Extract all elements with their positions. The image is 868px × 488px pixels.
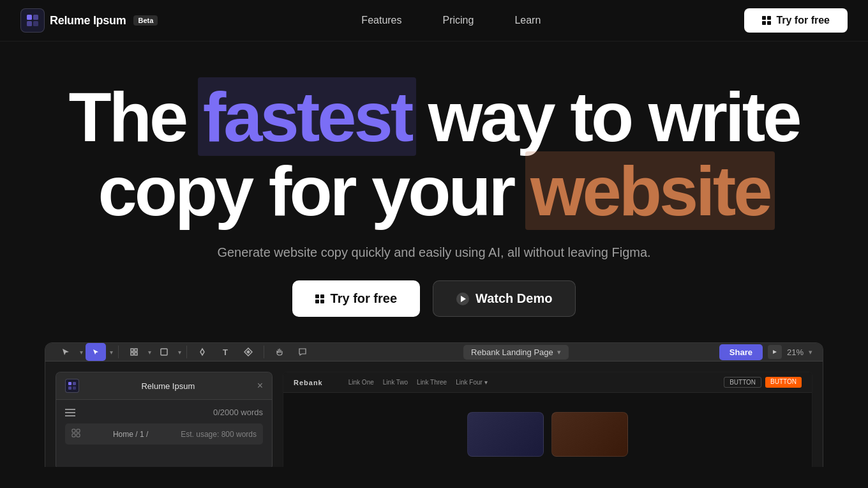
canvas-card-preview bbox=[467, 412, 628, 457]
svg-rect-5 bbox=[135, 349, 137, 351]
hero-watch-demo-button[interactable]: Watch Demo bbox=[433, 280, 576, 317]
svg-rect-3 bbox=[33, 21, 38, 26]
svg-rect-10 bbox=[73, 382, 76, 385]
toolbar-frame-chevron: ▾ bbox=[148, 349, 151, 356]
logo-icon bbox=[20, 8, 45, 33]
nav-links: Features Pricing Learn bbox=[341, 8, 561, 33]
canvas-nav-links: Link One Link Two Link Three Link Four ▾ bbox=[348, 379, 488, 386]
nav-features[interactable]: Features bbox=[341, 8, 422, 33]
toolbar-shape-tool[interactable] bbox=[154, 343, 174, 361]
figma-mockup: ▾ ▾ ▾ bbox=[45, 342, 823, 467]
canvas-link-1: Link One bbox=[348, 379, 374, 386]
grid-icon bbox=[762, 16, 771, 25]
hero-the: The bbox=[69, 77, 203, 156]
hero-fastest: fastest bbox=[203, 77, 412, 156]
svg-rect-2 bbox=[27, 21, 32, 26]
toolbar-hand-tool[interactable] bbox=[269, 343, 290, 361]
toolbar-frame-tool[interactable] bbox=[124, 343, 144, 361]
toolbar-move-chevron: ▾ bbox=[80, 349, 83, 356]
hero-content: The fastest way to write copy for your w… bbox=[0, 0, 868, 467]
toolbar-move-tool[interactable] bbox=[56, 343, 76, 361]
hero-way-to-write: way to write bbox=[411, 77, 799, 156]
hero-copy-for-your: copy for your bbox=[98, 151, 530, 230]
svg-rect-16 bbox=[77, 434, 80, 437]
canvas-ghost-button: BUTTON bbox=[724, 377, 761, 388]
svg-rect-8 bbox=[161, 349, 167, 355]
svg-rect-9 bbox=[68, 382, 71, 385]
plugin-header: Relume Ipsum × bbox=[56, 372, 272, 400]
svg-rect-6 bbox=[131, 353, 133, 355]
hero-website: website bbox=[530, 151, 770, 230]
hero-try-free-button[interactable]: Try for free bbox=[292, 280, 420, 317]
plugin-body: 0/2000 words Home / bbox=[56, 400, 272, 452]
hero-section: The fastest way to write copy for your w… bbox=[0, 0, 868, 467]
toolbar-component-tool[interactable] bbox=[238, 343, 258, 361]
nav-learn[interactable]: Learn bbox=[494, 8, 561, 33]
canvas-filled-button: BUTTON bbox=[765, 377, 802, 388]
canvas-link-4: Link Four ▾ bbox=[456, 379, 487, 386]
plugin-logo-icon bbox=[65, 379, 79, 393]
hero-line-1: The fastest way to write bbox=[69, 80, 800, 154]
toolbar-right-area: Share 21% ▾ bbox=[719, 344, 812, 360]
location-icon bbox=[71, 429, 80, 439]
location-text: Home / 1 / bbox=[86, 430, 176, 439]
plugin-panel: Relume Ipsum × 0/2000 words bbox=[56, 372, 273, 467]
svg-rect-7 bbox=[135, 353, 137, 355]
zoom-chevron: ▾ bbox=[809, 348, 812, 356]
page-selector[interactable]: Rebank Landing Page ▾ bbox=[463, 345, 569, 360]
svg-rect-15 bbox=[72, 434, 75, 437]
word-count-row: 0/2000 words bbox=[65, 408, 263, 417]
figma-play-button[interactable] bbox=[768, 345, 782, 359]
svg-rect-0 bbox=[27, 15, 32, 20]
figma-toolbar: ▾ ▾ ▾ bbox=[45, 343, 823, 362]
hero-line-2: copy for your website bbox=[69, 154, 800, 228]
hamburger-icon bbox=[65, 409, 75, 416]
nav-pricing[interactable]: Pricing bbox=[423, 8, 495, 33]
est-usage-label: Est. usage: 800 words bbox=[181, 430, 257, 439]
nav-try-free-button[interactable]: Try for free bbox=[744, 8, 848, 33]
toolbar-comment-tool[interactable] bbox=[292, 343, 313, 361]
toolbar-divider-3 bbox=[264, 346, 264, 358]
logo-text: Relume Ipsum bbox=[50, 14, 126, 27]
word-count-label: 0/2000 words bbox=[213, 408, 263, 417]
svg-rect-1 bbox=[33, 15, 38, 20]
toolbar-divider-2 bbox=[186, 346, 187, 358]
canvas-nav-bar: Rebank Link One Link Two Link Three Link… bbox=[283, 372, 812, 393]
canvas-card-2 bbox=[551, 412, 628, 457]
canvas-card-1 bbox=[467, 412, 544, 457]
figma-canvas-content: Relume Ipsum × 0/2000 words bbox=[45, 362, 823, 467]
toolbar-pointer-tool[interactable] bbox=[86, 343, 106, 361]
nav-logo-area: Relume Ipsum Beta bbox=[20, 8, 158, 33]
svg-rect-11 bbox=[68, 386, 71, 390]
toolbar-center-area: Rebank Landing Page ▾ bbox=[315, 345, 717, 360]
canvas-hero-area bbox=[283, 393, 812, 467]
grid-icon-primary bbox=[315, 294, 324, 303]
figma-share-button[interactable]: Share bbox=[719, 344, 763, 360]
navbar: Relume Ipsum Beta Features Pricing Learn… bbox=[0, 0, 868, 42]
play-icon bbox=[456, 293, 469, 305]
zoom-level: 21% bbox=[787, 347, 804, 357]
svg-rect-4 bbox=[131, 349, 133, 351]
toolbar-divider-1 bbox=[118, 346, 119, 358]
canvas-link-2: Link Two bbox=[383, 379, 408, 386]
canvas-link-3: Link Three bbox=[417, 379, 447, 386]
canvas-brand-name: Rebank bbox=[294, 379, 323, 386]
plugin-close-button[interactable]: × bbox=[257, 380, 263, 392]
canvas-nav-buttons: BUTTON BUTTON bbox=[724, 377, 802, 388]
svg-rect-13 bbox=[72, 429, 75, 432]
plugin-name-label: Relume Ipsum bbox=[84, 381, 252, 391]
toolbar-shape-chevron: ▾ bbox=[178, 349, 181, 356]
location-row: Home / 1 / Est. usage: 800 words bbox=[65, 423, 263, 445]
hero-headline: The fastest way to write copy for your w… bbox=[69, 80, 800, 227]
figma-canvas-preview: Rebank Link One Link Two Link Three Link… bbox=[283, 372, 812, 467]
hero-subtitle: Generate website copy quickly and easily… bbox=[217, 245, 650, 260]
svg-rect-14 bbox=[77, 429, 80, 432]
page-selector-chevron: ▾ bbox=[557, 348, 561, 356]
toolbar-text-tool[interactable]: T bbox=[215, 343, 236, 361]
hero-cta-buttons: Try for free Watch Demo bbox=[292, 280, 576, 317]
toolbar-pointer-chevron: ▾ bbox=[110, 349, 113, 356]
toolbar-pen-tool[interactable] bbox=[192, 343, 213, 361]
beta-badge: Beta bbox=[133, 15, 158, 26]
svg-rect-12 bbox=[73, 386, 76, 390]
